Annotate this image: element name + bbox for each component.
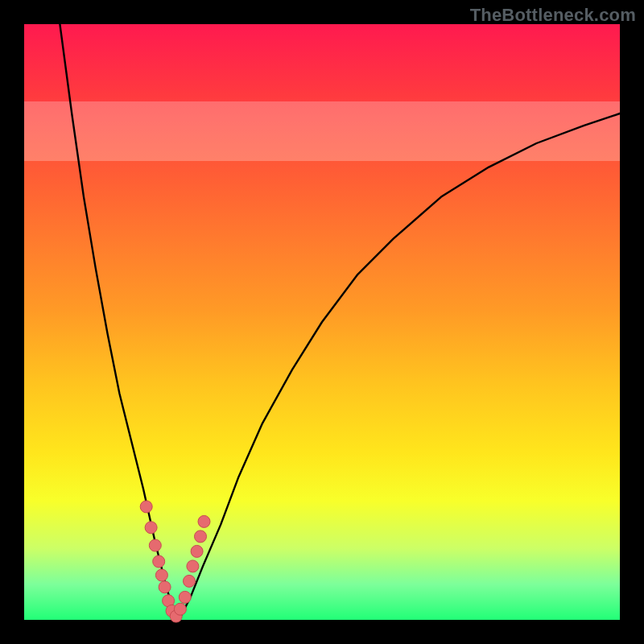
- data-marker: [187, 560, 199, 572]
- chart-frame: TheBottleneck.com: [0, 0, 644, 644]
- data-marker: [191, 545, 203, 557]
- watermark-text: TheBottleneck.com: [470, 5, 636, 26]
- data-marker: [149, 539, 161, 551]
- data-marker: [174, 603, 186, 615]
- bottleneck-curve: [60, 24, 620, 620]
- data-marker: [179, 591, 191, 603]
- data-marker: [195, 530, 207, 543]
- data-marker: [159, 581, 171, 593]
- data-marker: [155, 569, 167, 581]
- data-marker: [140, 501, 152, 513]
- chart-svg: [24, 24, 620, 620]
- plot-area: [24, 24, 620, 620]
- data-marker: [145, 522, 157, 534]
- data-marker: [198, 515, 210, 527]
- data-marker: [184, 575, 196, 587]
- data-marker: [153, 555, 165, 568]
